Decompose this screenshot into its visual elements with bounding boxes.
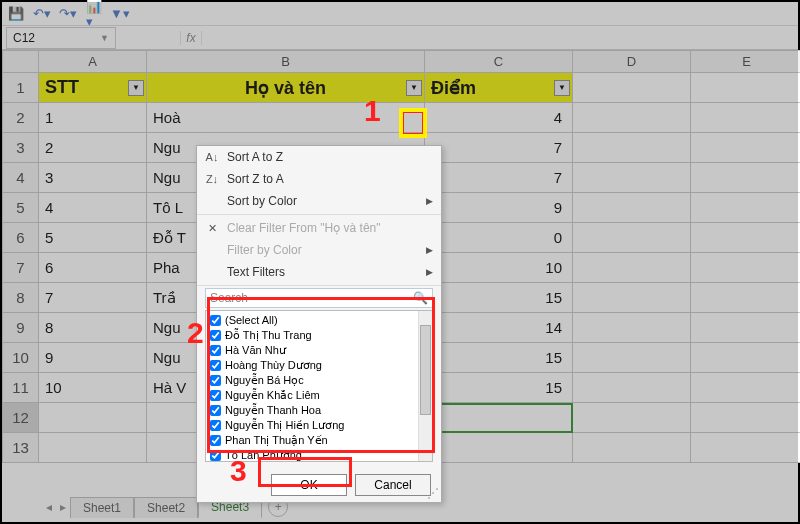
formula-input[interactable] [202, 27, 798, 49]
redo-icon[interactable]: ↷▾ [60, 6, 76, 22]
filter-by-color: Filter by Color▶ [197, 239, 441, 261]
sort-za-icon: Z↓ [205, 173, 219, 185]
chevron-right-icon: ▶ [426, 196, 433, 206]
quick-access-toolbar: 💾 ↶▾ ↷▾ 📊▾ ▼▾ [2, 2, 798, 26]
undo-icon[interactable]: ↶▾ [34, 6, 50, 22]
select-all-corner[interactable] [3, 51, 39, 73]
name-box[interactable]: C12 ▼ [6, 27, 116, 49]
cell[interactable] [573, 73, 691, 103]
col-header-B[interactable]: B [147, 51, 425, 73]
col-header-A[interactable]: A [39, 51, 147, 73]
cancel-button[interactable]: Cancel [355, 474, 431, 496]
chevron-right-icon: ▶ [426, 267, 433, 277]
row-header[interactable]: 1 [3, 73, 39, 103]
filter-dropdown-icon[interactable]: ▼ [128, 80, 144, 96]
sort-by-color[interactable]: Sort by Color▶ [197, 190, 441, 212]
clear-filter: ✕Clear Filter From "Họ và tên" [197, 217, 441, 239]
tab-nav-prev-icon[interactable]: ◂ [42, 500, 56, 514]
text-filters[interactable]: Text Filters▶ [197, 261, 441, 283]
sort-az[interactable]: A↓Sort A to Z [197, 146, 441, 168]
chart-icon[interactable]: 📊▾ [86, 6, 102, 22]
sort-az-icon: A↓ [205, 151, 219, 163]
formula-bar: C12 ▼ fx [2, 26, 798, 50]
annotation-box-3 [258, 457, 352, 487]
annotation-number-1: 1 [364, 94, 381, 128]
tab-sheet2[interactable]: Sheet2 [134, 497, 198, 518]
annotation-box-1 [399, 108, 427, 138]
annotation-box-2 [207, 297, 435, 453]
col-header-E[interactable]: E [691, 51, 801, 73]
header-name[interactable]: Họ và tên ▼ [147, 73, 425, 103]
col-header-C[interactable]: C [425, 51, 573, 73]
filter-icon[interactable]: ▼▾ [112, 6, 128, 22]
filter-dropdown-icon[interactable]: ▼ [406, 80, 422, 96]
tab-sheet1[interactable]: Sheet1 [70, 497, 134, 518]
sort-za[interactable]: Z↓Sort Z to A [197, 168, 441, 190]
filter-dropdown-icon[interactable]: ▼ [554, 80, 570, 96]
annotation-number-3: 3 [230, 454, 247, 488]
cell[interactable] [691, 73, 801, 103]
annotation-number-2: 2 [187, 316, 204, 350]
header-score[interactable]: Điểm ▼ [425, 73, 573, 103]
clear-filter-icon: ✕ [205, 222, 219, 235]
table-row: 1 STT ▼ Họ và tên ▼ Điểm ▼ [3, 73, 801, 103]
header-stt[interactable]: STT ▼ [39, 73, 147, 103]
name-box-value: C12 [13, 31, 35, 45]
chevron-down-icon[interactable]: ▼ [100, 33, 109, 43]
save-icon[interactable]: 💾 [8, 6, 24, 22]
fx-icon[interactable]: fx [180, 31, 202, 45]
col-header-D[interactable]: D [573, 51, 691, 73]
tab-nav-next-icon[interactable]: ▸ [56, 500, 70, 514]
active-cell[interactable] [425, 403, 573, 433]
resize-handle-icon[interactable]: ⋰ [427, 486, 439, 500]
